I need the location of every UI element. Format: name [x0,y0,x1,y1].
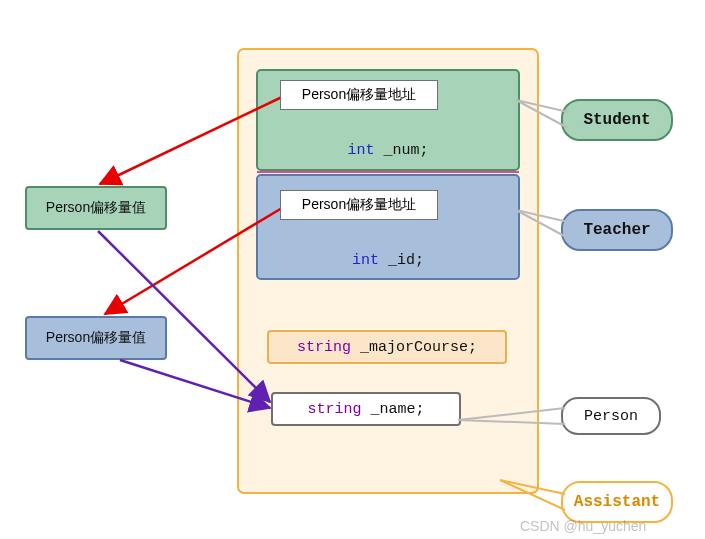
teacher-callout-label: Teacher [562,210,672,250]
left-offset-blue-text: Person偏移量值 [46,329,146,347]
assistant-callout-text: Assistant [574,493,660,511]
teacher-addr-label: Person偏移量地址 [302,196,416,214]
teacher-callout-text: Teacher [583,221,650,239]
student-member: int int _num;_num; [257,138,519,162]
person-callout-text: Person [584,408,638,425]
student-addr-label: Person偏移量地址 [302,86,416,104]
teacher-member: int _id; int _id; [257,248,519,272]
name-text: string _name; string _name; [272,393,460,425]
teacher-addr-box: Person偏移量地址 [280,190,438,220]
watermark: CSDN @hu_yuchen [520,518,646,534]
watermark-text: CSDN @hu_yuchen [520,518,646,534]
assistant-callout-label: Assistant [562,482,672,522]
student-addr-box: Person偏移量地址 [280,80,438,110]
left-offset-green-label: Person偏移量值 [26,187,166,229]
left-offset-blue-label: Person偏移量值 [26,317,166,359]
student-callout-label: Student [562,100,672,140]
student-callout-text: Student [583,111,650,129]
left-offset-green-text: Person偏移量值 [46,199,146,217]
major-course-text: string _majorCourse; string _majorCourse… [268,331,506,363]
person-callout-label: Person [562,398,660,434]
